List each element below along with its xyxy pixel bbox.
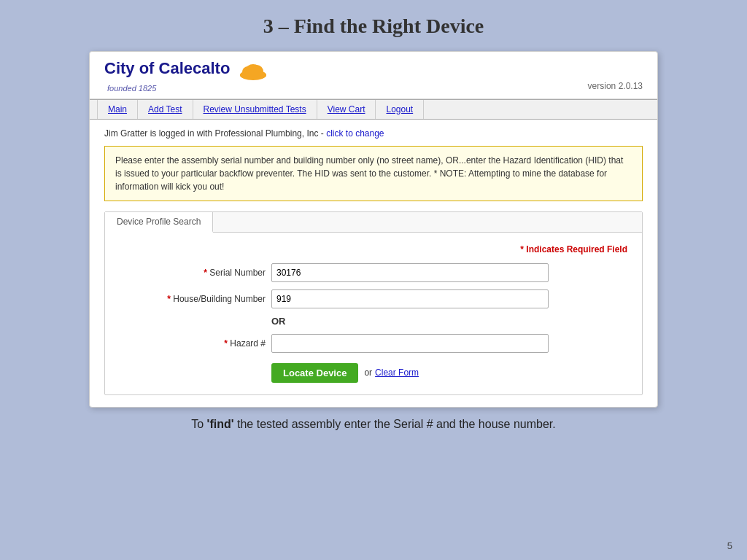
house-number-row: * House/Building Number	[120, 289, 627, 308]
hazard-required-star: *	[224, 338, 228, 349]
logo-text: City of Calecalto	[104, 59, 230, 77]
required-star: *	[520, 244, 524, 254]
house-required-star: *	[167, 294, 171, 304]
or-row: OR	[271, 316, 627, 327]
logo-area: City of Calecalto founded 1825	[104, 59, 268, 94]
hazard-row: * Hazard #	[120, 334, 627, 353]
info-box: Please enter the assembly serial number …	[104, 146, 643, 201]
login-status: Jim Gratter is logged in with Profession…	[104, 128, 643, 139]
form-area: * Indicates Required Field * Serial Numb…	[105, 233, 642, 394]
page-number: 5	[727, 540, 732, 551]
hazard-input[interactable]	[271, 334, 549, 353]
caption-suffix: the tested assembly enter the Serial # a…	[234, 418, 556, 430]
serial-number-label: * Serial Number	[120, 268, 266, 278]
slide-title: 3 – Find the Right Device	[263, 15, 484, 38]
or-link-text: or	[364, 368, 372, 378]
logo-row: City of Calecalto	[104, 59, 268, 81]
device-profile-tab[interactable]: Device Profile Search	[105, 212, 213, 233]
nav-view-cart[interactable]: View Cart	[317, 100, 376, 119]
tab-panel: Device Profile Search * Indicates Requir…	[104, 211, 643, 395]
slide-caption: To 'find' the tested assembly enter the …	[89, 418, 658, 431]
nav-logout[interactable]: Logout	[376, 100, 424, 119]
nav-main[interactable]: Main	[97, 100, 138, 119]
version-text: version 2.0.13	[588, 81, 643, 94]
or-text: OR	[271, 316, 286, 327]
house-number-input[interactable]	[271, 289, 549, 308]
house-number-label: * House/Building Number	[120, 294, 266, 304]
cloud-icon	[238, 61, 268, 81]
click-to-change-link[interactable]: click to change	[326, 128, 384, 139]
browser-window: City of Calecalto founded 1825 version 2…	[89, 51, 658, 408]
nav-review-unsubmitted[interactable]: Review Unsubmitted Tests	[193, 100, 317, 119]
nav-add-test[interactable]: Add Test	[138, 100, 193, 119]
caption-prefix: To	[191, 418, 206, 430]
action-row: Locate Device or Clear Form	[271, 363, 627, 383]
content-area: Jim Gratter is logged in with Profession…	[90, 120, 657, 407]
svg-point-4	[240, 71, 266, 79]
clear-form-link[interactable]: Clear Form	[375, 368, 419, 378]
caption-bold: 'find'	[207, 418, 234, 430]
site-header: City of Calecalto founded 1825 version 2…	[90, 52, 657, 99]
serial-number-input[interactable]	[271, 263, 549, 282]
nav-bar: Main Add Test Review Unsubmitted Tests V…	[90, 99, 657, 120]
required-label: Indicates Required Field	[526, 244, 627, 254]
locate-device-button[interactable]: Locate Device	[271, 363, 358, 383]
required-note: * Indicates Required Field	[120, 244, 627, 254]
founded-text: founded 1825	[104, 81, 268, 94]
tab-header: Device Profile Search	[105, 212, 642, 233]
hazard-label: * Hazard #	[120, 338, 266, 349]
serial-number-row: * Serial Number	[120, 263, 627, 282]
serial-required-star: *	[204, 268, 207, 278]
